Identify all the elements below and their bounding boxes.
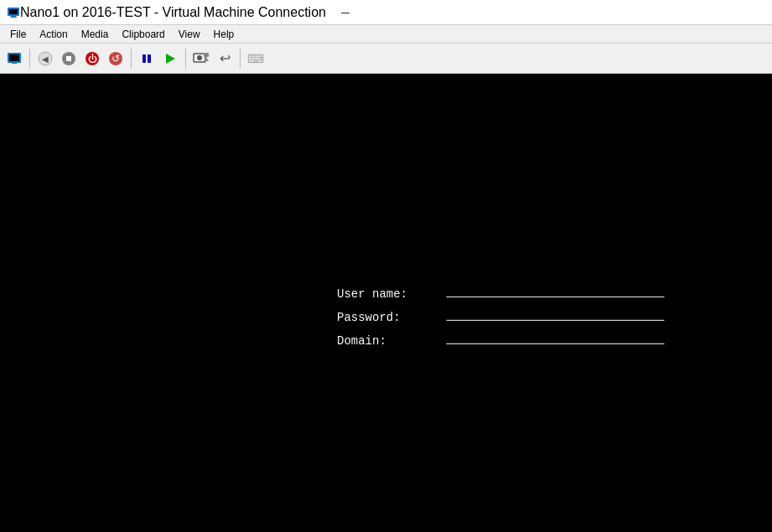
vm-screen[interactable]: User name: Password: Domain: xyxy=(0,74,772,532)
toolbar-undo-button[interactable]: ↩ xyxy=(214,48,236,70)
domain-field xyxy=(446,330,664,343)
svg-point-19 xyxy=(197,55,202,60)
svg-marker-21 xyxy=(204,57,209,61)
svg-rect-2 xyxy=(11,16,16,17)
username-label: User name: xyxy=(337,281,446,305)
app-icon xyxy=(7,6,20,19)
toolbar-resume-button[interactable] xyxy=(159,48,181,70)
window-controls: – xyxy=(326,0,365,25)
svg-text:◀: ◀ xyxy=(42,54,49,64)
svg-text:⏻: ⏻ xyxy=(88,54,97,64)
svg-rect-20 xyxy=(204,53,209,57)
domain-label: Domain: xyxy=(337,328,446,352)
svg-rect-5 xyxy=(9,54,19,61)
password-field xyxy=(446,307,664,320)
domain-row: Domain: xyxy=(337,328,664,352)
toolbar-back-button[interactable]: ◀ xyxy=(34,48,56,70)
password-label: Password: xyxy=(337,305,446,328)
login-prompt: User name: Password: Domain: xyxy=(337,281,664,352)
toolbar-reset-button[interactable]: ↺ xyxy=(105,48,127,70)
menu-clipboard[interactable]: Clipboard xyxy=(115,27,171,42)
toolbar-separator-4 xyxy=(240,49,241,69)
minimize-button[interactable]: – xyxy=(326,0,365,25)
svg-rect-3 xyxy=(10,17,17,18)
toolbar-screenshot-button[interactable] xyxy=(190,48,212,70)
menu-bar: File Action Media Clipboard View Help xyxy=(0,25,772,44)
toolbar-pause-button[interactable] xyxy=(136,48,158,70)
menu-media[interactable]: Media xyxy=(75,27,116,42)
svg-rect-16 xyxy=(148,54,151,63)
window-title: Nano1 on 2016-TEST - Virtual Machine Con… xyxy=(20,5,326,20)
svg-rect-1 xyxy=(9,9,18,14)
svg-text:↺: ↺ xyxy=(111,53,120,65)
svg-rect-15 xyxy=(142,54,146,63)
menu-action[interactable]: Action xyxy=(33,27,74,42)
toolbar: ◀ ⏻ ↺ xyxy=(0,44,772,74)
toolbar-separator-2 xyxy=(131,49,132,69)
username-row: User name: xyxy=(337,281,664,305)
toolbar-stop-button[interactable] xyxy=(58,48,80,70)
toolbar-separator-1 xyxy=(29,49,30,69)
menu-file[interactable]: File xyxy=(3,27,33,42)
menu-help[interactable]: Help xyxy=(207,27,241,42)
toolbar-vm-icon xyxy=(3,48,25,70)
svg-rect-10 xyxy=(66,56,71,61)
svg-rect-6 xyxy=(12,63,17,64)
menu-view[interactable]: View xyxy=(172,27,207,42)
toolbar-poweroff-button[interactable]: ⏻ xyxy=(81,48,103,70)
title-bar: Nano1 on 2016-TEST - Virtual Machine Con… xyxy=(0,0,772,25)
password-row: Password: xyxy=(337,305,664,328)
toolbar-separator-3 xyxy=(185,49,186,69)
svg-marker-17 xyxy=(166,54,175,64)
username-field xyxy=(446,283,664,297)
toolbar-keyboard-button[interactable]: ⌨ xyxy=(245,48,267,70)
